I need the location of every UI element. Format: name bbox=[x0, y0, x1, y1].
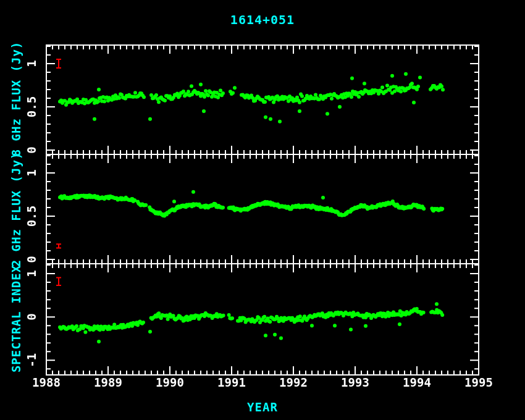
chart-title: 1614+051 bbox=[230, 12, 295, 27]
light-curve-figure: 1614+051 8 GHz FLUX (Jy) 2 GHz FLUX (Jy)… bbox=[0, 0, 525, 420]
y-axis-label-2ghz-flux: 2 GHz FLUX (Jy) bbox=[9, 152, 23, 267]
chart-canvas bbox=[0, 0, 525, 420]
y-axis-label-spectral-index: SPECTRAL INDEX bbox=[9, 265, 23, 372]
x-axis-label-year: YEAR bbox=[247, 400, 278, 414]
y-axis-label-8ghz-flux: 8 GHz FLUX (Jy) bbox=[9, 41, 23, 157]
